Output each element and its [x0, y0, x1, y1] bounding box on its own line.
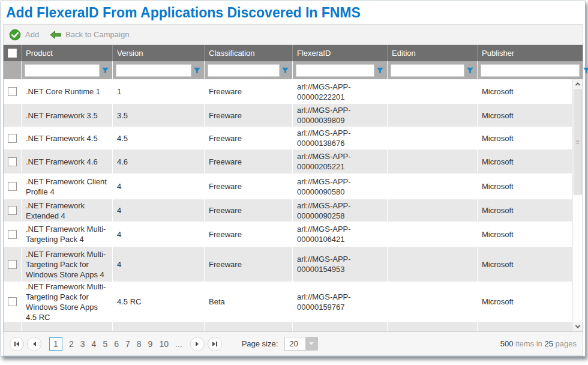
row-checkbox[interactable]: [8, 297, 17, 306]
cell-edition: [388, 247, 478, 282]
table-row[interactable]: .NET Framework Extended 44Freewarearl://…: [4, 199, 572, 222]
select-all-cell: [4, 45, 22, 61]
row-checkbox[interactable]: [8, 134, 17, 143]
table-row[interactable]: .NET Framework 4.64.6Freewarearl://MGS-A…: [4, 149, 572, 173]
cell-product: .NET Framework Multi-Targeting Pack for …: [22, 282, 113, 322]
select-all-checkbox[interactable]: [8, 49, 17, 58]
cell-classification: Freeware: [205, 79, 293, 104]
page-button-10[interactable]: 10: [159, 339, 169, 349]
dropdown-arrow-icon[interactable]: [305, 337, 317, 350]
cell-flexeraid: arl://MGS-APP-00000205221: [293, 149, 388, 173]
row-checkbox[interactable]: [8, 87, 17, 96]
cell-edition: [388, 79, 478, 104]
filter-funnel-icon[interactable]: [193, 65, 201, 76]
cell-flexeraid: arl://MGS-APP-00000039809: [293, 104, 388, 127]
filter-input-flexeraid[interactable]: [296, 64, 374, 77]
page-button-8[interactable]: 8: [137, 339, 142, 349]
cell-product: .NET Core Runtime 1: [22, 79, 113, 104]
cell-publisher: Microsoft: [478, 79, 572, 104]
column-header-product[interactable]: Product: [22, 45, 113, 61]
cell-flexeraid: arl://MGS-: [293, 322, 388, 331]
page-size-value: 20: [285, 337, 305, 350]
page-button-4[interactable]: 4: [92, 339, 97, 349]
table-row[interactable]: .NET Framework Client Profile 44Freeware…: [4, 173, 572, 199]
cell-version: 4: [113, 247, 205, 282]
row-select-cell: [4, 127, 22, 149]
page-button-3[interactable]: 3: [80, 339, 85, 349]
page-button-6[interactable]: 6: [114, 339, 119, 349]
vertical-scrollbar[interactable]: ≡: [572, 79, 583, 331]
page-size-select[interactable]: 20: [284, 337, 318, 351]
pager-bar: 12345678910... Page size: 20 500 items i…: [3, 331, 583, 356]
column-header-version[interactable]: Version: [113, 45, 205, 61]
check-circle-icon: [8, 28, 22, 41]
table-row[interactable]: .NET Framework Multi-Targeting Pack for …: [4, 282, 572, 322]
page-button-9[interactable]: 9: [148, 339, 153, 349]
filter-funnel-icon[interactable]: [466, 65, 474, 76]
scroll-down-button[interactable]: [573, 322, 583, 331]
column-header-edition[interactable]: Edition: [388, 45, 478, 61]
filter-input-version[interactable]: [116, 64, 191, 77]
cell-version: 3.5: [113, 104, 205, 127]
grid-filter-row: [4, 61, 583, 79]
page-title: Add FlexeraID From Applications Discover…: [1, 1, 585, 24]
filter-input-edition[interactable]: [391, 64, 464, 77]
page-number-list: 12345678910...: [49, 337, 182, 351]
cell-version: 4: [113, 222, 205, 247]
row-checkbox[interactable]: [8, 260, 17, 269]
column-header-publisher[interactable]: Publisher: [478, 45, 583, 61]
scroll-up-button[interactable]: [573, 79, 583, 89]
filter-cell-version: [113, 61, 205, 79]
pages-count: 25: [544, 339, 553, 348]
table-row[interactable]: .NET Framework 4.54.5Freewarearl://MGS-A…: [4, 127, 572, 149]
first-page-button[interactable]: [10, 337, 24, 351]
filter-cell-flexeraid: [293, 61, 388, 79]
row-select-cell: [4, 199, 22, 222]
filter-funnel-icon[interactable]: [101, 65, 109, 76]
row-checkbox[interactable]: [8, 230, 17, 239]
filter-funnel-icon[interactable]: [281, 65, 289, 76]
filter-funnel-icon[interactable]: [581, 65, 588, 76]
last-page-button[interactable]: [208, 337, 222, 351]
dialog-window: Add FlexeraID From Applications Discover…: [1, 1, 586, 357]
column-header-flexeraid[interactable]: FlexeraID: [293, 45, 388, 61]
row-checkbox[interactable]: [8, 206, 17, 215]
page-button-1[interactable]: 1: [49, 337, 62, 351]
prev-page-button[interactable]: [27, 337, 41, 351]
cell-product: .NET Framework 4.5: [22, 127, 113, 149]
cell-version: 4: [113, 199, 205, 222]
cell-product: [22, 322, 113, 331]
page-button-2[interactable]: 2: [69, 339, 74, 349]
filter-cell-product: [22, 61, 113, 79]
cell-publisher: Microsoft: [478, 199, 572, 222]
cell-version: 4.5: [113, 127, 205, 149]
filter-input-publisher[interactable]: [481, 64, 580, 77]
page-button-7[interactable]: 7: [125, 339, 130, 349]
row-checkbox[interactable]: [8, 157, 17, 166]
table-row[interactable]: arl://MGS-: [4, 322, 572, 331]
cell-flexeraid: arl://MGS-APP-00000106421: [293, 222, 388, 247]
row-select-cell: [4, 282, 22, 322]
table-row[interactable]: .NET Framework 3.53.5Freewarearl://MGS-A…: [4, 104, 572, 127]
page-button-5[interactable]: 5: [103, 339, 107, 349]
add-button[interactable]: Add: [8, 28, 39, 41]
back-to-campaign-button[interactable]: Back to Campaign: [50, 30, 129, 40]
row-select-cell: [4, 173, 22, 199]
cell-publisher: Microsoft: [478, 282, 572, 322]
table-row[interactable]: .NET Framework Multi-Targeting Pack for …: [4, 247, 572, 282]
next-page-button[interactable]: [190, 337, 205, 351]
cell-version: 4: [113, 173, 205, 199]
column-header-classification[interactable]: Classification: [205, 45, 293, 61]
row-select-cell: [4, 322, 22, 331]
cell-edition: [388, 149, 478, 173]
table-row[interactable]: .NET Framework Multi-Targeting Pack 44Fr…: [4, 222, 572, 247]
cell-publisher: Microsoft: [478, 127, 572, 149]
row-checkbox[interactable]: [8, 182, 17, 191]
filter-input-product[interactable]: [25, 64, 100, 77]
chevron-up-icon: [575, 82, 580, 87]
filter-funnel-icon[interactable]: [376, 65, 384, 76]
scrollbar-thumb[interactable]: ≡: [574, 89, 582, 195]
table-row[interactable]: .NET Core Runtime 11Freewarearl://MGS-AP…: [4, 79, 572, 104]
filter-input-classification[interactable]: [208, 64, 280, 77]
cell-flexeraid: arl://MGS-APP-00000222201: [293, 79, 388, 104]
